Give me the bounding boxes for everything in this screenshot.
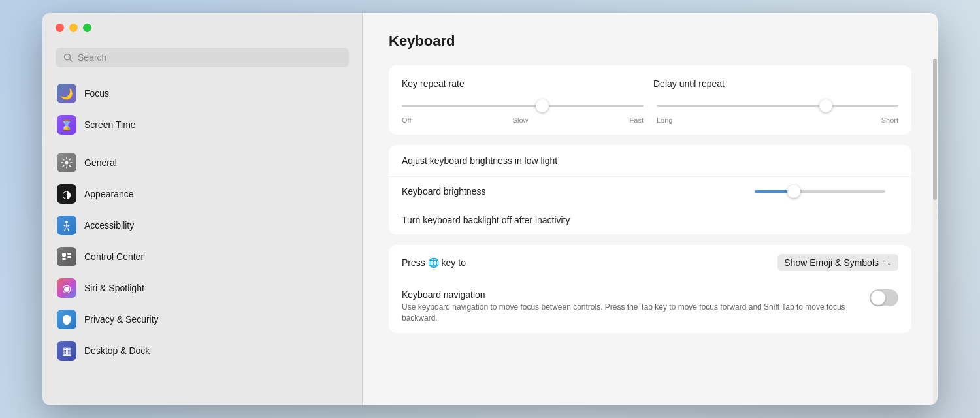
delay-repeat-thumb[interactable] bbox=[819, 99, 832, 112]
svg-point-3 bbox=[65, 221, 68, 223]
main-window: Search 🌙 Focus ⌛ Screen Time General bbox=[42, 13, 938, 405]
sidebar-item-appearance[interactable]: ◑ Appearance bbox=[49, 178, 355, 210]
sidebar-item-screentime[interactable]: ⌛ Screen Time bbox=[49, 109, 355, 140]
key-repeat-labels: Off Slow Fast bbox=[402, 116, 644, 124]
label-short: Short bbox=[881, 116, 898, 124]
svg-line-1 bbox=[70, 59, 73, 62]
control-center-icon bbox=[57, 247, 76, 266]
keyboard-navigation-sublabel: Use keyboard navigation to move focus be… bbox=[402, 302, 870, 324]
press-globe-key-row: Press 🌐 key to Show Emoji & Symbols ⌃⌄ bbox=[389, 245, 911, 280]
main-content: Keyboard Key repeat rate Delay until rep… bbox=[363, 13, 938, 405]
screen-time-icon: ⌛ bbox=[57, 115, 76, 135]
keyboard-navigation-toggle[interactable] bbox=[870, 289, 898, 306]
maximize-button[interactable] bbox=[83, 24, 91, 32]
sliders-row: Off Slow Fast Long Short bbox=[402, 99, 898, 124]
svg-rect-4 bbox=[62, 253, 66, 257]
sidebar-item-label: General bbox=[84, 157, 117, 168]
label-fast: Fast bbox=[630, 116, 644, 124]
svg-rect-7 bbox=[62, 258, 66, 260]
svg-rect-6 bbox=[67, 256, 71, 258]
sidebar-item-list: 🌙 Focus ⌛ Screen Time General ◑ Appearan bbox=[42, 78, 362, 405]
sidebar-item-label: Control Center bbox=[84, 251, 144, 262]
search-bar[interactable]: Search bbox=[56, 48, 349, 67]
privacy-icon bbox=[57, 310, 76, 329]
svg-rect-5 bbox=[67, 253, 71, 255]
select-arrows-icon: ⌃⌄ bbox=[881, 259, 892, 266]
sidebar-item-label: Siri & Spotlight bbox=[84, 283, 144, 293]
key-repeat-track[interactable] bbox=[402, 104, 644, 107]
delay-repeat-header: Delay until repeat bbox=[647, 78, 898, 89]
keyboard-navigation-row: Keyboard navigation Use keyboard navigat… bbox=[389, 280, 911, 333]
sidebar-item-general[interactable]: General bbox=[49, 147, 355, 178]
key-repeat-header: Key repeat rate bbox=[402, 78, 647, 89]
adjust-brightness-label: Adjust keyboard brightness in low light bbox=[402, 155, 557, 166]
siri-icon: ◉ bbox=[57, 278, 76, 298]
focus-icon: 🌙 bbox=[57, 84, 76, 103]
adjust-brightness-row: Adjust keyboard brightness in low light bbox=[389, 145, 911, 177]
accessibility-icon bbox=[57, 216, 76, 235]
sidebar-item-label: Appearance bbox=[84, 189, 134, 199]
keyboard-brightness-thumb[interactable] bbox=[787, 185, 800, 198]
keyboard-navigation-label: Keyboard navigation bbox=[402, 289, 870, 300]
sidebar-item-focus[interactable]: 🌙 Focus bbox=[49, 78, 355, 109]
sidebar: Search 🌙 Focus ⌛ Screen Time General bbox=[42, 13, 363, 405]
sidebar-item-label: Screen Time bbox=[84, 120, 136, 130]
slider-headers: Key repeat rate Delay until repeat bbox=[402, 78, 898, 89]
svg-point-2 bbox=[65, 161, 69, 165]
backlight-inactivity-row: Turn keyboard backlight off after inacti… bbox=[389, 206, 911, 234]
titlebar bbox=[42, 13, 362, 42]
general-icon bbox=[57, 153, 76, 172]
minimize-button[interactable] bbox=[69, 24, 78, 32]
sidebar-item-controlcenter[interactable]: Control Center bbox=[49, 241, 355, 272]
emoji-symbols-value: Show Emoji & Symbols bbox=[784, 257, 879, 268]
sliders-section: Key repeat rate Delay until repeat Off S… bbox=[389, 65, 911, 135]
scrollbar[interactable] bbox=[932, 52, 938, 405]
globe-nav-section: Press 🌐 key to Show Emoji & Symbols ⌃⌄ K… bbox=[389, 245, 911, 333]
sidebar-item-desktop-dock[interactable]: ▦ Desktop & Dock bbox=[49, 335, 355, 366]
sidebar-item-accessibility[interactable]: Accessibility bbox=[49, 210, 355, 241]
sidebar-item-label: Desktop & Dock bbox=[84, 346, 150, 356]
keyboard-navigation-text: Keyboard navigation Use keyboard navigat… bbox=[402, 289, 870, 324]
brightness-section: Adjust keyboard brightness in low light … bbox=[389, 145, 911, 234]
scrollbar-track bbox=[933, 59, 937, 405]
search-icon bbox=[63, 53, 73, 62]
label-off: Off bbox=[402, 116, 411, 124]
delay-repeat-slider-container: Long Short bbox=[657, 99, 898, 124]
delay-repeat-labels: Long Short bbox=[657, 116, 898, 124]
sidebar-item-privacy-security[interactable]: Privacy & Security bbox=[49, 304, 355, 335]
keyboard-brightness-track[interactable] bbox=[755, 190, 885, 193]
scrollbar-thumb[interactable] bbox=[933, 59, 937, 200]
desktop-icon: ▦ bbox=[57, 341, 76, 361]
search-placeholder: Search bbox=[78, 52, 106, 63]
press-globe-label: Press 🌐 key to bbox=[402, 257, 777, 268]
page-title: Keyboard bbox=[389, 33, 911, 50]
emoji-symbols-select[interactable]: Show Emoji & Symbols ⌃⌄ bbox=[777, 254, 898, 271]
delay-repeat-track[interactable] bbox=[657, 104, 898, 107]
close-button[interactable] bbox=[56, 24, 64, 32]
appearance-icon: ◑ bbox=[57, 184, 76, 204]
backlight-inactivity-label: Turn keyboard backlight off after inacti… bbox=[402, 215, 898, 225]
label-slow: Slow bbox=[513, 116, 529, 124]
sidebar-item-label: Focus bbox=[84, 88, 109, 99]
keyboard-brightness-slider-container bbox=[644, 190, 898, 193]
sidebar-item-siri-spotlight[interactable]: ◉ Siri & Spotlight bbox=[49, 272, 355, 304]
sidebar-item-label: Privacy & Security bbox=[84, 314, 159, 325]
sidebar-item-label: Accessibility bbox=[84, 220, 134, 231]
label-long: Long bbox=[657, 116, 672, 124]
toggle-thumb bbox=[871, 291, 885, 305]
key-repeat-slider-container: Off Slow Fast bbox=[402, 99, 644, 124]
keyboard-brightness-row: Keyboard brightness bbox=[389, 177, 911, 206]
keyboard-brightness-label: Keyboard brightness bbox=[402, 186, 644, 197]
key-repeat-thumb[interactable] bbox=[536, 99, 549, 112]
